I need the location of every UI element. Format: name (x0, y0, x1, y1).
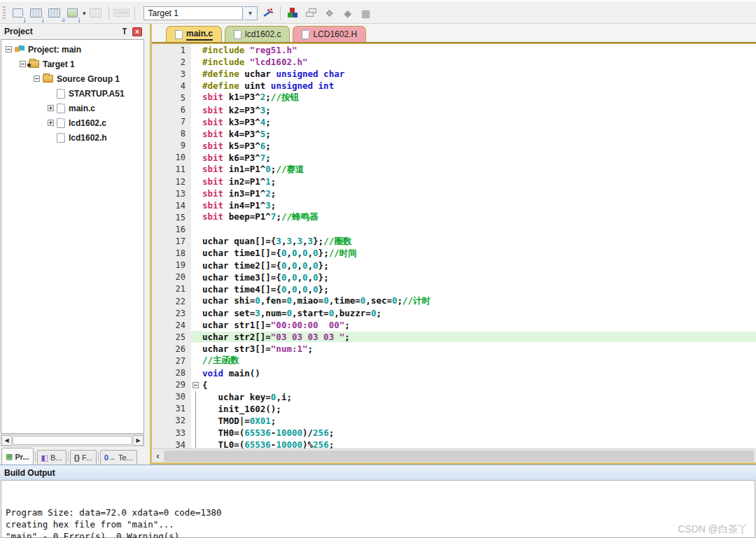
toolbar-drag-handle[interactable] (3, 6, 6, 20)
translate-icon[interactable]: ↓ (9, 6, 26, 21)
multi-window-icon[interactable] (303, 6, 320, 21)
code-line[interactable]: 29{ (152, 379, 756, 391)
code-line[interactable]: 34 TL0=(65536-10000)%256; (152, 439, 756, 448)
rebuild-icon[interactable]: ↓↓ (46, 6, 62, 21)
fold-margin (191, 367, 202, 379)
line-number: 25 (152, 331, 191, 343)
build-output-log[interactable]: CSDN @白茶丫 Program Size: data=72.0 xdata=… (1, 480, 755, 538)
code-line[interactable]: 30 uchar key=0,i; (152, 391, 756, 403)
tree-item[interactable]: Target 1 (1, 57, 144, 71)
code-line[interactable]: 4#define uint unsigned int (152, 80, 756, 92)
tree-item[interactable]: STARTUP.A51 (1, 86, 144, 101)
panel-tab-project[interactable]: ▦Pr... (1, 448, 34, 465)
code-line[interactable]: 23uchar set=3,num=0,start=0,buzzr=0; (152, 307, 756, 319)
code-line[interactable]: 2#include "lcd1602.h" (152, 56, 756, 68)
scrollbar-thumb[interactable] (164, 451, 754, 462)
code-line[interactable]: 27//主函数 (152, 355, 756, 367)
scroll-left-icon[interactable]: ‹ (152, 450, 164, 462)
pin-icon[interactable] (121, 27, 128, 36)
code-line[interactable]: 5sbit k1=P3^2;//按钮 (152, 92, 756, 104)
scroll-right-icon[interactable]: ▶ (133, 435, 144, 446)
code-line[interactable]: 18uchar time1[]={0,0,0,0};//时间 (152, 248, 756, 260)
code-line[interactable]: 12sbit in2=P1^1; (152, 176, 756, 187)
scroll-left-icon[interactable]: ◀ (1, 435, 12, 446)
books-tab-icon: ◧ (41, 453, 48, 462)
panel-splitter[interactable] (145, 24, 150, 465)
code-line[interactable]: 16 (152, 223, 756, 235)
batch-build-icon[interactable]: ↓ (64, 6, 80, 21)
line-number: 22 (152, 295, 191, 307)
tree-item[interactable]: main.c (1, 101, 144, 115)
code-line[interactable]: 6sbit k2=P3^3; (152, 104, 756, 115)
line-number: 23 (152, 307, 191, 319)
collapse-icon[interactable] (34, 76, 40, 82)
pack-installer-icon[interactable]: ▩ (358, 6, 374, 21)
code-line[interactable]: 10sbit k6=P3^7; (152, 152, 756, 164)
code-text: #include "reg51.h" (202, 45, 756, 55)
code-line[interactable]: 24uchar str1[]="00:00:00 00"; (152, 319, 756, 331)
target-select[interactable]: Target 1 (144, 6, 243, 20)
code-line[interactable]: 7sbit k3=P3^4; (152, 116, 756, 128)
components-icon[interactable]: ❖ (321, 6, 338, 21)
document-tab-main.c[interactable]: main.c (166, 26, 222, 42)
collapse-icon[interactable] (6, 46, 12, 52)
code-line[interactable]: 8sbit k4=P3^5; (152, 128, 756, 140)
code-line[interactable]: 19uchar time2[]={0,0,0,0}; (152, 260, 756, 271)
code-editor[interactable]: 1#include "reg51.h"2#include "lcd1602.h"… (152, 44, 756, 448)
expand-icon[interactable] (48, 105, 54, 111)
toolbar-separator (108, 6, 109, 20)
panel-tab-label: Te... (118, 453, 133, 462)
code-line[interactable]: 31 init_1602(); (152, 403, 756, 415)
code-line[interactable]: 3#define uchar unsigned char (152, 68, 756, 80)
code-text: sbit k6=P3^7; (202, 153, 756, 163)
build-output-header[interactable]: Build Output (0, 465, 756, 480)
tree-item-label: lcd1602.h (69, 133, 107, 143)
code-line[interactable]: 13sbit in3=P1^2; (152, 187, 756, 199)
code-line[interactable]: 11sbit in1=P1^0;//赛道 (152, 164, 756, 176)
expand-icon[interactable] (48, 120, 54, 126)
tree-item[interactable]: lcd1602.h (1, 130, 144, 145)
code-line[interactable]: 14sbit in4=P1^3; (152, 199, 756, 211)
code-line[interactable]: 26uchar str3[]="num:1"; (152, 343, 756, 355)
code-line[interactable]: 9sbit k5=P3^6; (152, 140, 756, 152)
code-line[interactable]: 21uchar time4[]={0,0,0,0}; (152, 283, 756, 295)
collapse-icon[interactable] (20, 61, 26, 67)
build-icon[interactable]: ↓ (27, 6, 44, 21)
code-line[interactable]: 22uchar shi=0,fen=0,miao=0,time=0,sec=0;… (152, 295, 756, 307)
fold-margin (191, 236, 202, 248)
folder-icon (43, 75, 53, 83)
code-line[interactable]: 1#include "reg51.h" (152, 44, 756, 56)
options-for-target-icon[interactable] (259, 6, 276, 21)
line-number: 11 (152, 164, 191, 176)
toolbar-separator (280, 6, 281, 20)
tree-item[interactable]: lcd1602.c (1, 115, 144, 130)
panel-tab-templates[interactable]: 0→Te... (100, 450, 137, 465)
code-line[interactable]: 15sbit beep=P1^7;//蜂鸣器 (152, 211, 756, 223)
document-tab-LCD1602.H[interactable]: LCD1602.H (293, 26, 366, 42)
project-panel-hscrollbar[interactable]: ◀ ▶ (1, 434, 144, 446)
tree-item-label: Target 1 (43, 59, 75, 69)
editor-hscrollbar[interactable]: ‹ (152, 448, 756, 462)
filter-icon[interactable]: ◆ (340, 6, 356, 21)
tree-item-label: Project: main (28, 45, 81, 55)
line-number: 4 (152, 80, 191, 92)
target-select-dropdown-icon[interactable]: ▾ (244, 6, 258, 20)
code-line[interactable]: 20uchar time3[]={0,0,0,0}; (152, 271, 756, 283)
code-line[interactable]: 32 TMOD|=0X01; (152, 415, 756, 427)
code-line[interactable]: 28void main() (152, 367, 756, 379)
batch-build-dropdown-icon[interactable]: ▾ (83, 10, 86, 17)
fold-collapse-icon[interactable] (191, 379, 202, 391)
code-line[interactable]: 17uchar quan[]={3,3,3,3};//圈数 (152, 236, 756, 248)
tree-item[interactable]: Project: main (1, 42, 144, 57)
line-number: 15 (152, 211, 191, 223)
panel-tab-functions[interactable]: {}F... (70, 450, 97, 465)
code-line[interactable]: 33 TH0=(65536-10000)/256; (152, 427, 756, 439)
scrollbar-thumb[interactable] (13, 436, 132, 445)
close-icon[interactable]: × (132, 27, 142, 36)
code-line[interactable]: 25uchar str2[]="03 03 03 03 "; (152, 331, 756, 343)
manage-rte-icon[interactable] (285, 6, 302, 21)
document-tab-lcd1602.c[interactable]: lcd1602.c (225, 26, 290, 42)
code-text: uchar time1[]={0,0,0,0};//时间 (202, 248, 756, 260)
panel-tab-books[interactable]: ◧B... (37, 450, 66, 465)
tree-item[interactable]: Source Group 1 (1, 71, 144, 86)
